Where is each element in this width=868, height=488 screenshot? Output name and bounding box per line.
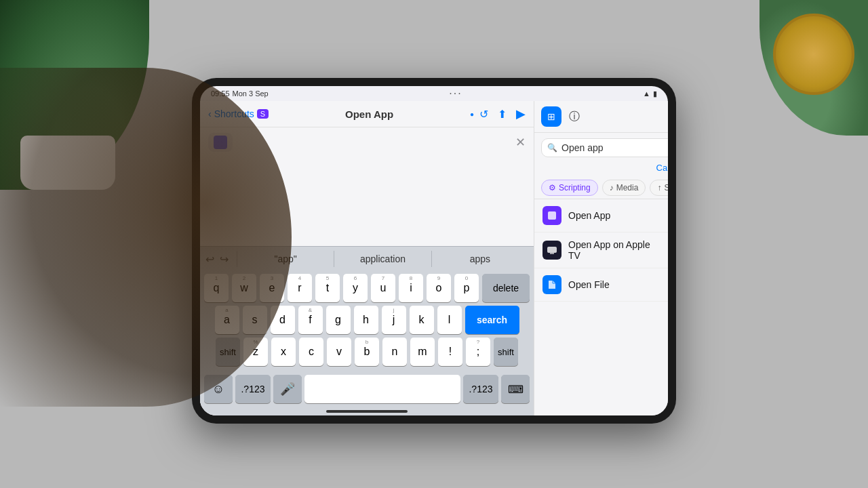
pill-scripting[interactable]: ⚙ Scripting xyxy=(541,180,598,196)
scripting-icon: ⚙ xyxy=(549,183,556,192)
key-m[interactable]: m xyxy=(410,338,435,366)
key-shift[interactable]: shift xyxy=(216,338,240,366)
key-p[interactable]: 0p xyxy=(454,274,479,302)
key-a[interactable]: aa xyxy=(215,306,239,334)
key-search[interactable]: search xyxy=(465,306,519,334)
nav-actions: ↺ ⬆ ▶ xyxy=(479,106,526,121)
left-panel: ‹ Shortcuts S Open App ● ↺ ⬆ ▶ xyxy=(200,101,534,415)
clear-button[interactable]: ✕ xyxy=(515,135,526,150)
svg-rect-2 xyxy=(550,253,554,254)
key-f[interactable]: &f xyxy=(298,306,323,334)
key-w[interactable]: 2w xyxy=(232,274,256,302)
suggestion-2[interactable]: application xyxy=(334,251,431,267)
nav-back[interactable]: ‹ Shortcuts S xyxy=(208,108,269,119)
play-button[interactable]: ▶ xyxy=(516,106,526,121)
result-label-open-file: Open File xyxy=(568,279,665,290)
status-right: ▲ ▮ xyxy=(643,89,657,98)
filter-pills: ⚙ Scripting ♪ Media ↑ Sharing xyxy=(534,177,668,199)
key-v[interactable]: v xyxy=(327,338,351,366)
suggestion-1[interactable]: "app" xyxy=(237,251,334,267)
action-block[interactable] xyxy=(208,133,233,152)
content-area xyxy=(200,157,534,246)
results-list: Open App ⓘ Open App on Apple TV ⓘ xyxy=(534,199,668,415)
sharing-icon: ↑ xyxy=(657,183,661,192)
key-t[interactable]: 5t xyxy=(315,274,340,302)
pill-media[interactable]: ♪ Media xyxy=(602,180,646,196)
key-e[interactable]: 3e xyxy=(260,274,284,302)
undo-icon[interactable]: ↩ xyxy=(205,253,214,266)
status-time: 09:55 xyxy=(211,89,230,98)
key-k[interactable]: k xyxy=(410,306,434,334)
key-delete[interactable]: delete xyxy=(482,274,530,302)
cancel-button[interactable]: Cancel xyxy=(650,163,668,177)
edited-dot: ● xyxy=(470,110,474,118)
key-numeric-right[interactable]: .?123 xyxy=(463,375,498,403)
status-date: Mon 3 Sep xyxy=(233,89,269,98)
key-b[interactable]: bb xyxy=(355,338,379,366)
result-icon-open-file xyxy=(542,275,561,294)
key-row-1: 1q 2w 3e 4r 5t 6y 7u 8i 9o 0p delete xyxy=(204,274,530,302)
key-r[interactable]: 4r xyxy=(288,274,312,302)
status-dots: ··· xyxy=(449,87,462,100)
result-open-file[interactable]: Open File ⓘ xyxy=(534,268,668,302)
key-x[interactable]: x xyxy=(271,338,296,366)
wifi-icon: ▲ xyxy=(643,89,650,98)
pill-scripting-label: Scripting xyxy=(559,183,591,192)
key-o[interactable]: 9o xyxy=(427,274,451,302)
share-icon[interactable]: ⬆ xyxy=(498,108,507,121)
redo-icon[interactable]: ↪ xyxy=(220,253,229,266)
key-numeric-left[interactable]: .?123 xyxy=(235,375,271,403)
nav-title: Open App xyxy=(274,108,465,120)
ipad-screen: 09:55 Mon 3 Sep ··· ▲ ▮ ‹ Shortcuts S xyxy=(200,86,668,415)
key-d[interactable]: d xyxy=(271,306,295,334)
key-s[interactable]: s xyxy=(243,306,267,334)
key-row-3: shift %z x c v bb n m ! ?; shift xyxy=(204,338,530,366)
undo-redo: ↩ ↪ xyxy=(205,253,229,266)
search-magnifier-icon: 🔍 xyxy=(547,143,557,152)
ipad-frame: 09:55 Mon 3 Sep ··· ▲ ▮ ‹ Shortcuts S xyxy=(192,78,676,424)
svg-rect-1 xyxy=(547,247,557,253)
right-nav: ⊞ ⓘ xyxy=(534,101,668,133)
result-icon-open-app xyxy=(542,206,561,225)
action-area: ✕ xyxy=(200,127,534,157)
result-open-app-tv[interactable]: Open App on Apple TV ⓘ xyxy=(534,232,668,268)
suggestion-3[interactable]: apps xyxy=(431,251,528,267)
key-n[interactable]: n xyxy=(382,338,407,366)
nav-bar: ‹ Shortcuts S Open App ● ↺ ⬆ ▶ xyxy=(200,101,534,127)
search-input[interactable]: Open app xyxy=(561,142,665,153)
key-j[interactable]: jj xyxy=(382,306,406,334)
back-chevron-icon: ‹ xyxy=(208,108,212,119)
keyboard-rows: 1q 2w 3e 4r 5t 6y 7u 8i 9o 0p delete xyxy=(200,271,534,372)
result-icon-open-app-tv xyxy=(542,241,561,260)
key-q[interactable]: 1q xyxy=(204,274,229,302)
pill-sharing-label: Sharing xyxy=(664,183,668,192)
right-gallery-button[interactable]: ⊞ xyxy=(541,106,561,127)
undo-nav-icon[interactable]: ↺ xyxy=(479,108,488,121)
key-l[interactable]: l xyxy=(437,306,462,334)
key-row-2: aa s d &f g h jj k l search xyxy=(204,306,530,334)
key-semi[interactable]: ?; xyxy=(466,338,490,366)
key-z[interactable]: %z xyxy=(243,338,268,366)
key-space[interactable] xyxy=(304,375,460,403)
key-shift-right[interactable]: shift xyxy=(494,338,518,366)
key-mic[interactable]: 🎤 xyxy=(273,375,302,403)
clock-right xyxy=(773,14,854,95)
key-u[interactable]: 7u xyxy=(371,274,395,302)
media-icon: ♪ xyxy=(610,183,614,192)
pill-sharing[interactable]: ↑ Sharing xyxy=(650,180,668,196)
result-open-app[interactable]: Open App ⓘ xyxy=(534,199,668,232)
key-exclaim[interactable]: ! xyxy=(438,338,462,366)
shortcuts-icon: S xyxy=(257,109,269,119)
keyboard-bottom: ☺ .?123 🎤 .?123 ⌨ xyxy=(200,372,534,407)
key-g[interactable]: g xyxy=(326,306,351,334)
key-c[interactable]: c xyxy=(299,338,323,366)
key-keyboard[interactable]: ⌨ xyxy=(501,375,530,403)
back-label[interactable]: Shortcuts xyxy=(214,108,254,119)
plant-pot-left xyxy=(20,136,115,190)
search-bar[interactable]: 🔍 Open app ✕ xyxy=(541,138,668,157)
key-y[interactable]: 6y xyxy=(343,274,368,302)
key-h[interactable]: h xyxy=(354,306,378,334)
key-emoji[interactable]: ☺ xyxy=(204,375,233,403)
right-info-button[interactable]: ⓘ xyxy=(564,106,585,127)
key-i[interactable]: 8i xyxy=(399,274,423,302)
